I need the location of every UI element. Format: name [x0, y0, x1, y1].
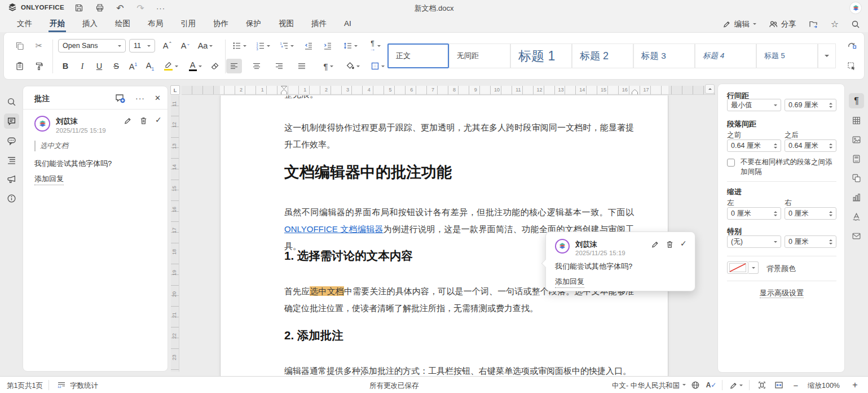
right-panel-text-art-button[interactable]	[849, 209, 864, 224]
spinner-arrows[interactable]	[829, 211, 832, 216]
superscript-button[interactable]: A1	[126, 59, 140, 73]
word-count-button[interactable]: 字数统计	[70, 381, 98, 391]
line-spacing-amount-spinner[interactable]: 0.69 厘米	[785, 99, 836, 111]
spinner-arrows[interactable]	[829, 143, 832, 149]
style-heading-2[interactable]: 标题 2	[572, 43, 633, 68]
format-painter-button[interactable]	[31, 59, 47, 73]
add-reply-link[interactable]: 添加回复	[34, 174, 64, 185]
indent-left-spinner[interactable]: 0 厘米	[727, 207, 781, 220]
right-panel-paragraph-button[interactable]: ¶	[849, 93, 864, 108]
background-color-dropdown[interactable]	[748, 261, 759, 274]
align-right-button[interactable]	[271, 59, 287, 73]
right-indent-marker[interactable]	[632, 89, 638, 95]
spinner-arrows[interactable]	[829, 103, 832, 108]
tab-ai[interactable]: AI	[343, 17, 353, 31]
sidebar-about-button[interactable]	[4, 191, 19, 206]
document-hyperlink[interactable]: ONLYOFFICE 文档编辑器	[284, 224, 384, 234]
font-color-button[interactable]: A	[184, 59, 206, 73]
subscript-button[interactable]: A1	[143, 59, 157, 73]
tab-layout[interactable]: 布局	[147, 16, 164, 32]
redo-button[interactable]: ↷	[133, 2, 148, 14]
add-comment-button[interactable]	[114, 93, 126, 104]
fit-width-button[interactable]	[773, 379, 785, 391]
comment-edit-button[interactable]	[651, 240, 659, 248]
styles-gallery-expand-button[interactable]	[818, 43, 836, 68]
special-indent-amount-spinner[interactable]: 0 厘米	[785, 235, 836, 248]
sidebar-chat-button[interactable]	[4, 133, 19, 149]
comment-resolve-button[interactable]: ✓	[680, 239, 687, 248]
style-heading-5[interactable]: 标题 5	[756, 43, 818, 68]
zoom-out-button[interactable]: −	[790, 379, 802, 391]
font-size-select[interactable]: 11	[129, 39, 155, 53]
comment-delete-button[interactable]	[139, 116, 148, 125]
scroll-up-button[interactable]	[705, 84, 715, 94]
comment-edit-button[interactable]	[124, 116, 132, 125]
sidebar-comments-button[interactable]	[4, 113, 19, 129]
tab-protection[interactable]: 保护	[245, 16, 262, 32]
comment-delete-button[interactable]	[666, 240, 674, 248]
highlight-color-button[interactable]	[160, 59, 182, 73]
background-color-swatch[interactable]	[727, 261, 748, 274]
spinner-arrows[interactable]	[774, 211, 777, 216]
decrease-indent-button[interactable]	[301, 38, 316, 53]
numbering-button[interactable]: 1 2 3	[252, 38, 274, 53]
change-case-button[interactable]: Aa	[195, 38, 216, 53]
clear-style-button[interactable]	[207, 59, 223, 73]
page-indicator[interactable]: 第1页共1页	[7, 381, 43, 391]
paste-button[interactable]	[12, 59, 28, 73]
track-changes-button[interactable]	[728, 379, 744, 391]
sidebar-search-button[interactable]	[4, 94, 19, 110]
decrease-font-button[interactable]: A⌄	[178, 38, 193, 53]
right-panel-chart-button[interactable]	[849, 190, 864, 205]
italic-button[interactable]: I	[75, 59, 90, 73]
right-panel-table-button[interactable]	[849, 113, 864, 128]
increase-indent-button[interactable]	[320, 38, 336, 53]
increase-font-button[interactable]: A⌃	[160, 38, 175, 53]
style-no-spacing[interactable]: 无间距	[449, 43, 510, 68]
left-indent-marker[interactable]	[281, 89, 287, 95]
horizontal-ruler[interactable]: 211234567891011121314151617	[182, 86, 715, 95]
save-button[interactable]	[72, 2, 86, 14]
language-selector[interactable]: 中文- 中华人民共和国	[612, 381, 680, 391]
right-panel-shape-button[interactable]	[849, 171, 864, 186]
tab-draw[interactable]: 绘图	[114, 16, 131, 32]
indent-right-spinner[interactable]: 0 厘米	[785, 207, 836, 220]
no-space-between-checkbox[interactable]	[727, 159, 735, 167]
spinner-arrows[interactable]	[774, 143, 777, 149]
undo-button[interactable]: ↶	[113, 2, 127, 14]
vertical-ruler[interactable]: 1112131415161718192021222324	[171, 95, 179, 372]
tab-home[interactable]: 开始	[49, 16, 66, 32]
special-indent-select[interactable]: (无)	[727, 235, 781, 248]
style-normal[interactable]: 正文	[387, 43, 449, 68]
align-justify-button[interactable]	[294, 59, 310, 73]
add-reply-link[interactable]: 添加回复	[555, 277, 584, 288]
tab-collaboration[interactable]: 协作	[212, 16, 230, 32]
line-spacing-select[interactable]: 最小值	[727, 99, 781, 111]
align-center-button[interactable]	[249, 59, 265, 73]
tab-stop-selector[interactable]: L	[170, 85, 180, 95]
style-heading-1[interactable]: 标题 1	[510, 43, 572, 68]
font-name-select[interactable]: Open Sans	[58, 39, 126, 53]
comments-close-button[interactable]: ✕	[155, 94, 161, 102]
advanced-settings-link[interactable]: 显示高级设置	[760, 289, 804, 298]
editing-mode-button[interactable]: 编辑	[722, 19, 756, 29]
spacing-after-spinner[interactable]: 0.64 厘米	[785, 139, 836, 152]
tab-plugins[interactable]: 插件	[310, 16, 328, 32]
cut-button[interactable]: ✂	[31, 38, 47, 53]
underline-button[interactable]: U	[92, 59, 107, 73]
search-button[interactable]	[851, 20, 860, 29]
spinner-arrows[interactable]	[829, 239, 832, 244]
spell-check-button[interactable]: A✓	[705, 379, 717, 391]
sidebar-headings-button[interactable]	[4, 152, 19, 168]
comments-more-button[interactable]: ···	[135, 94, 145, 103]
zoom-level[interactable]: 缩放100%	[808, 381, 840, 391]
spacing-before-spinner[interactable]: 0.64 厘米	[727, 139, 781, 152]
tab-file[interactable]: 文件	[16, 16, 33, 32]
right-panel-header-footer-button[interactable]	[849, 151, 864, 167]
bold-button[interactable]: B	[58, 59, 73, 73]
tab-references[interactable]: 引用	[179, 16, 197, 32]
comment-resolve-button[interactable]: ✓	[155, 115, 162, 124]
line-spacing-button[interactable]	[339, 38, 362, 53]
right-panel-image-button[interactable]	[849, 132, 864, 147]
fit-page-button[interactable]	[756, 379, 768, 391]
